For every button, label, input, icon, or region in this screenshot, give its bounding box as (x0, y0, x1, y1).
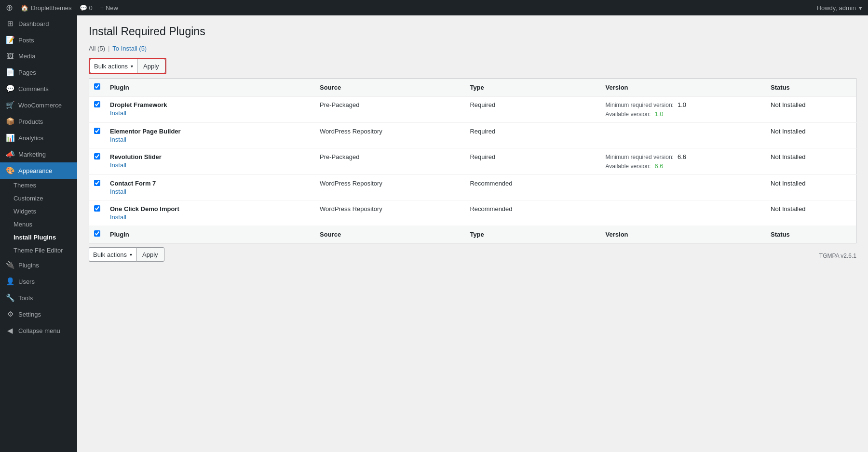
plugin-status-cell: Not Installed (766, 123, 856, 148)
site-name-link[interactable]: 🏠 Dropletthemes (21, 4, 72, 12)
plugin-version-cell: Minimum required version: 1.0 Available … (601, 96, 766, 123)
plugin-version-cell (601, 200, 766, 226)
sidebar-item-label: Media (18, 53, 71, 60)
top-bar-right[interactable]: Howdy, admin ▾ (817, 4, 862, 12)
new-label: + New (100, 4, 118, 12)
sidebar-item-analytics[interactable]: 📊 Analytics (0, 130, 77, 146)
plugin-checkbox[interactable] (94, 153, 100, 160)
sidebar-item-label: Dashboard (18, 20, 71, 27)
plugin-type: Recommended (470, 180, 512, 187)
plugin-type-cell: Required (465, 123, 600, 148)
plugin-install-link[interactable]: Install (110, 136, 310, 143)
plugin-type-cell: Required (465, 96, 600, 123)
tablenav-top: Bulk actions ▾ Apply (89, 58, 856, 74)
collapse-icon: ◀ (6, 326, 14, 335)
plugin-name-cell: Revolution Slider Install (105, 148, 315, 175)
apply-button-top[interactable]: Apply (137, 59, 165, 73)
sidebar-item-users[interactable]: 👤 Users (0, 273, 77, 290)
sidebar-item-appearance[interactable]: 🎨 Appearance (0, 162, 77, 179)
sidebar-sub-item-themes[interactable]: Themes (0, 179, 77, 192)
plugin-name-cell: Droplet Framework Install (105, 96, 315, 123)
sidebar-item-media[interactable]: 🖼 Media (0, 48, 77, 64)
themes-sub-label: Themes (14, 182, 36, 189)
plugin-install-link[interactable]: Install (110, 213, 310, 221)
sidebar-item-label: Comments (18, 85, 71, 93)
sidebar-sub-item-menus[interactable]: Menus (0, 218, 77, 231)
filter-all-label[interactable]: All (5) (89, 45, 105, 52)
sidebar-sub-item-install-plugins[interactable]: Install Plugins (0, 231, 77, 244)
sidebar-sub-item-theme-file-editor[interactable]: Theme File Editor (0, 244, 77, 257)
widgets-sub-label: Widgets (14, 208, 36, 215)
plugin-install-link[interactable]: Install (110, 188, 310, 195)
plugin-checkbox[interactable] (94, 180, 100, 186)
sidebar-item-label: Settings (18, 311, 71, 318)
sidebar-item-dashboard[interactable]: ⊞ Dashboard (0, 15, 77, 32)
tfoot-checkbox (89, 226, 106, 243)
sidebar-item-woocommerce[interactable]: 🛒 WooCommerce (0, 97, 77, 113)
sidebar-sub-item-customize[interactable]: Customize (0, 192, 77, 205)
wp-logo-icon[interactable]: ⊕ (6, 2, 13, 13)
tfoot-version: Version (601, 226, 766, 243)
comments-link[interactable]: 💬 0 (80, 4, 93, 12)
page-title: Install Required Plugins (89, 25, 856, 38)
sidebar-item-settings[interactable]: ⚙ Settings (0, 306, 77, 322)
plugin-install-link[interactable]: Install (110, 109, 310, 117)
row-checkbox-cell (89, 175, 106, 200)
sidebar-item-plugins[interactable]: 🔌 Plugins (0, 257, 77, 273)
plugin-checkbox[interactable] (94, 205, 100, 212)
th-status: Status (766, 79, 856, 96)
top-bar: ⊕ 🏠 Dropletthemes 💬 0 + New Howdy, admin… (0, 0, 868, 15)
new-content-link[interactable]: + New (100, 4, 118, 12)
menus-sub-label: Menus (14, 221, 32, 228)
sidebar-item-label: Marketing (18, 151, 71, 158)
plugin-source-cell: WordPress Repository (315, 175, 465, 200)
filter-to-install-link[interactable]: To Install (5) (112, 45, 147, 52)
sidebar-item-products[interactable]: 📦 Products (0, 113, 77, 130)
plugin-name-cell: Contact Form 7 Install (105, 175, 315, 200)
min-version-label: Minimum required version: (606, 154, 674, 160)
plugin-type: Required (470, 153, 495, 160)
sidebar-item-collapse[interactable]: ◀ Collapse menu (0, 322, 77, 339)
plugin-status-cell: Not Installed (766, 175, 856, 200)
select-all-checkbox-top[interactable] (94, 83, 100, 90)
plugin-version-cell (601, 175, 766, 200)
table-row: Contact Form 7 Install WordPress Reposit… (89, 175, 856, 200)
select-all-checkbox-bottom[interactable] (94, 230, 100, 237)
plugin-checkbox[interactable] (94, 101, 100, 107)
sidebar-item-posts[interactable]: 📝 Posts (0, 32, 77, 48)
sidebar-item-label: Plugins (18, 262, 71, 269)
theme-file-editor-sub-label: Theme File Editor (14, 247, 63, 254)
install-plugins-sub-label: Install Plugins (14, 234, 56, 241)
bulk-actions-dropdown-bottom[interactable]: Bulk actions ▾ (89, 247, 136, 262)
pages-icon: 📄 (6, 68, 14, 77)
th-type: Type (465, 79, 600, 96)
apply-button-bottom[interactable]: Apply (136, 247, 164, 262)
bulk-actions-highlight: Bulk actions ▾ Apply (89, 58, 166, 74)
plugin-source-cell: WordPress Repository (315, 200, 465, 226)
plugin-install-link[interactable]: Install (110, 161, 310, 169)
filter-sep: | (108, 45, 109, 52)
dropdown-arrow-bottom-icon: ▾ (130, 252, 132, 257)
sidebar-item-pages[interactable]: 📄 Pages (0, 64, 77, 80)
sidebar-sub-item-widgets[interactable]: Widgets (0, 205, 77, 218)
tools-icon: 🔧 (6, 293, 14, 302)
plugin-name: Droplet Framework (110, 101, 310, 108)
sidebar-item-tools[interactable]: 🔧 Tools (0, 290, 77, 306)
table-row: One Click Demo Import Install WordPress … (89, 200, 856, 226)
plugin-type-cell: Recommended (465, 200, 600, 226)
min-version-value: 1.0 (678, 101, 686, 108)
plugin-checkbox[interactable] (94, 128, 100, 134)
sidebar-item-marketing[interactable]: 📣 Marketing (0, 146, 77, 162)
top-bar-left: ⊕ 🏠 Dropletthemes 💬 0 + New (6, 2, 118, 13)
plugin-status-cell: Not Installed (766, 96, 856, 123)
sidebar-item-comments[interactable]: 💬 Comments (0, 80, 77, 97)
plugin-name: One Click Demo Import (110, 205, 310, 213)
bulk-actions-dropdown-top[interactable]: Bulk actions ▾ (90, 59, 137, 73)
tfoot-status: Status (766, 226, 856, 243)
dashboard-icon: ⊞ (6, 19, 14, 28)
th-source: Source (315, 79, 465, 96)
sidebar-item-label: Appearance (18, 167, 71, 174)
plugins-table: Plugin Source Type Version Status (89, 78, 856, 243)
sidebar-item-label: WooCommerce (18, 102, 71, 109)
dropdown-arrow-icon: ▾ (131, 64, 133, 69)
